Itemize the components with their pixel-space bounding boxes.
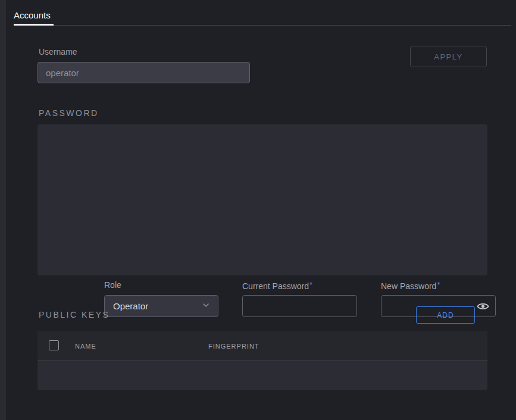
tab-active-underline [14, 24, 54, 26]
column-header-name: NAME [75, 343, 96, 350]
current-password-label: Current Password* [242, 280, 312, 291]
required-marker: * [437, 280, 440, 289]
role-label: Role [104, 280, 121, 290]
tab-bar-divider [14, 25, 511, 26]
current-password-input[interactable] [242, 295, 357, 317]
current-password-field [242, 295, 357, 317]
role-select[interactable]: Operator [104, 295, 218, 317]
tab-accounts[interactable]: Accounts [14, 10, 51, 20]
password-panel: Role Operator Current Password* New Pass… [37, 124, 487, 275]
column-header-fingerprint: FINGERPRINT [208, 343, 259, 350]
password-section-title: PASSWORD [39, 108, 99, 118]
table-empty-row [37, 361, 487, 390]
accounts-settings-page: Accounts Username APPLY PASSWORD Role Op… [0, 0, 516, 420]
eye-icon[interactable] [477, 302, 489, 311]
public-keys-section-title: PUBLIC KEYS [39, 310, 110, 319]
chevron-down-icon [201, 300, 211, 312]
add-public-key-button[interactable]: ADD [416, 306, 475, 324]
background-edge-strip [0, 0, 6, 420]
apply-button[interactable]: APPLY [410, 46, 487, 67]
new-password-label-text: New Password [381, 281, 436, 291]
username-input[interactable] [37, 62, 250, 83]
username-label: Username [39, 47, 77, 57]
table-header-row: NAME FINGERPRINT [37, 331, 487, 361]
new-password-label: New Password* [381, 280, 440, 291]
public-keys-table: NAME FINGERPRINT [37, 331, 487, 390]
current-password-label-text: Current Password [242, 281, 309, 291]
select-all-checkbox[interactable] [49, 340, 59, 350]
role-label-text: Role [104, 280, 121, 290]
required-marker: * [309, 280, 312, 289]
role-select-value: Operator [113, 301, 148, 311]
